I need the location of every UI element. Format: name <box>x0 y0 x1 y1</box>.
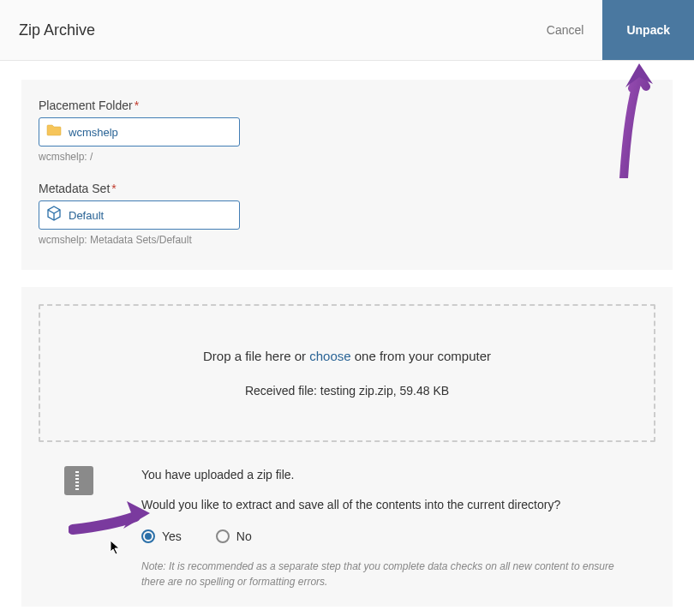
metadata-set-label: Metadata Set* <box>39 182 655 195</box>
required-asterisk: * <box>135 99 139 112</box>
extract-no-label: No <box>236 529 252 543</box>
cube-icon <box>46 206 62 224</box>
cancel-button[interactable]: Cancel <box>528 0 603 60</box>
zip-icon <box>64 466 93 495</box>
file-dropzone[interactable]: Drop a file here or choose one from your… <box>39 304 655 442</box>
choose-file-link[interactable]: choose <box>309 349 350 363</box>
metadata-set-field: Metadata Set* Default wcmshelp: Metadata… <box>39 182 655 246</box>
radio-circle-icon <box>216 529 230 543</box>
metadata-set-helper: wcmshelp: Metadata Sets/Default <box>39 234 655 246</box>
required-asterisk: * <box>111 182 116 195</box>
extract-radio-group: Yes No <box>141 529 630 543</box>
zip-note: Note: It is recommended as a separate st… <box>141 559 630 589</box>
lower-panel: Drop a file here or choose one from your… <box>21 287 673 607</box>
received-file-line: Received file: testing zip.zip, 59.48 KB <box>57 384 637 398</box>
extract-no-radio[interactable]: No <box>216 529 252 543</box>
placement-folder-label: Placement Folder* <box>39 99 655 112</box>
dropzone-text-after: one from your computer <box>351 349 491 363</box>
metadata-set-chooser[interactable]: Default <box>39 200 240 230</box>
modal-header: Zip Archive Cancel Unpack <box>0 0 694 61</box>
dropzone-instruction: Drop a file here or choose one from your… <box>57 349 637 363</box>
extract-yes-label: Yes <box>162 529 182 543</box>
header-actions: Cancel Unpack <box>528 0 694 60</box>
placement-folder-chooser[interactable]: wcmshelp <box>39 117 240 147</box>
placement-folder-field: Placement Folder* wcmshelp wcmshelp: / <box>39 99 655 163</box>
zip-extract-question: Would you like to extract and save all o… <box>141 496 630 514</box>
extract-yes-radio[interactable]: Yes <box>141 529 182 543</box>
received-file-name: testing zip.zip, 59.48 KB <box>320 384 449 398</box>
placement-folder-value: wcmshelp <box>69 126 118 139</box>
dropzone-text-before: Drop a file here or <box>203 349 309 363</box>
zip-section: You have uploaded a zip file. Would you … <box>39 466 655 589</box>
unpack-button[interactable]: Unpack <box>602 0 694 60</box>
received-prefix: Received file: <box>245 384 320 398</box>
placement-folder-helper: wcmshelp: / <box>39 151 655 163</box>
zip-body: You have uploaded a zip file. Would you … <box>141 466 630 589</box>
page-title: Zip Archive <box>19 21 95 39</box>
metadata-set-label-text: Metadata Set <box>39 182 110 195</box>
radio-circle-icon <box>141 529 155 543</box>
metadata-set-value: Default <box>69 209 104 222</box>
upper-panel: Placement Folder* wcmshelp wcmshelp: / M… <box>21 80 673 270</box>
zip-uploaded-message: You have uploaded a zip file. <box>141 466 630 484</box>
zip-icon-column <box>64 466 141 495</box>
folder-icon <box>46 124 62 140</box>
placement-folder-label-text: Placement Folder <box>39 99 133 112</box>
